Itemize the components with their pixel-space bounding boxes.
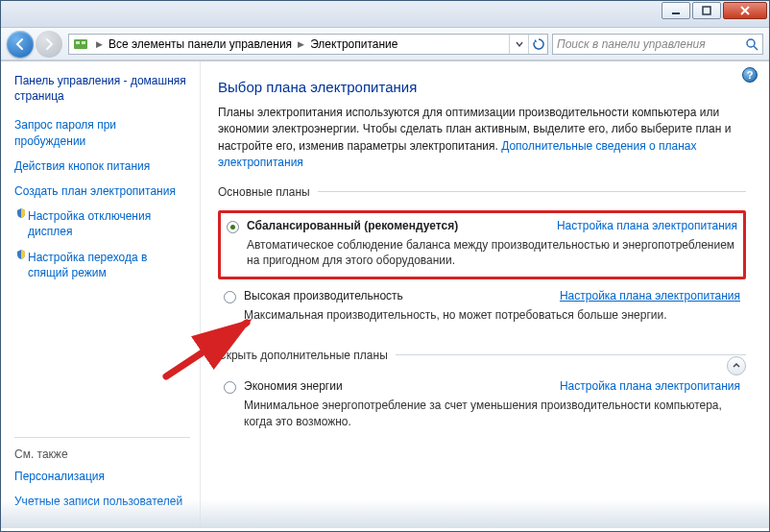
titlebar: [1, 1, 769, 28]
main-plans-legend: Основные планы: [218, 185, 318, 199]
close-button[interactable]: [723, 2, 767, 19]
chevron-right-icon: ▶: [92, 39, 107, 49]
window: ▶ Все элементы панели управления ▶ Элект…: [0, 0, 770, 532]
shield-icon: [14, 208, 28, 239]
see-also-header: См. также: [14, 447, 190, 461]
svg-rect-1: [703, 7, 710, 14]
plan-high-desc: Максимальная производительность, но може…: [244, 307, 740, 324]
plan-high-settings-link[interactable]: Настройка плана электропитания: [560, 289, 740, 302]
plan-eco-desc: Минимальное энергопотребление за счет ум…: [244, 398, 740, 430]
radio-high[interactable]: [224, 291, 236, 303]
collapse-button[interactable]: [727, 356, 746, 375]
sidebar-home-link[interactable]: Панель управления - домашняя страница: [14, 73, 190, 104]
address-dropdown-button[interactable]: [509, 35, 528, 54]
chevron-right-icon: ▶: [294, 39, 308, 49]
radio-eco[interactable]: [224, 381, 236, 394]
plan-eco: Экономия энергии Настройка плана электро…: [218, 374, 746, 438]
refresh-button[interactable]: [528, 35, 547, 54]
control-panel-icon: [73, 36, 88, 52]
search-icon: [745, 37, 758, 51]
svg-rect-6: [82, 41, 85, 44]
plan-high-title: Высокая производительность: [244, 289, 403, 302]
search-input[interactable]: Поиск в панели управления: [552, 34, 763, 55]
sidebar-link-buttons[interactable]: Действия кнопок питания: [14, 158, 190, 174]
breadcrumb-root[interactable]: Все элементы панели управления: [107, 37, 294, 51]
plan-high-performance: Высокая производительность Настройка пла…: [218, 283, 746, 331]
maximize-button[interactable]: [692, 2, 721, 19]
plan-balanced-desc: Автоматическое соблюдение баланса между …: [247, 237, 737, 270]
see-also-personalization[interactable]: Персонализация: [14, 469, 190, 484]
extra-plans-group: Скрыть дополнительные планы Экономия эне…: [218, 349, 746, 442]
intro-text: Планы электропитания используются для оп…: [218, 105, 746, 172]
radio-balanced[interactable]: [227, 221, 239, 233]
navbar: ▶ Все элементы панели управления ▶ Элект…: [1, 28, 769, 60]
plan-eco-settings-link[interactable]: Настройка плана электропитания: [560, 379, 740, 393]
breadcrumb-current[interactable]: Электропитание: [308, 37, 399, 51]
sidebar-link-password[interactable]: Запрос пароля при пробуждении: [14, 117, 190, 148]
minimize-button[interactable]: [662, 2, 690, 19]
plan-eco-title: Экономия энергии: [244, 379, 343, 393]
search-placeholder: Поиск в панели управления: [557, 37, 706, 51]
svg-point-7: [747, 39, 755, 47]
client-area: ? Панель управления - домашняя страница …: [1, 60, 769, 528]
forward-button[interactable]: [36, 31, 62, 58]
plan-balanced: Сбалансированный (рекомендуется) Настрой…: [218, 210, 746, 280]
sidebar-link-create-plan[interactable]: Создать план электропитания: [14, 183, 190, 199]
main-plans-group: Основные планы Сбалансированный (рекомен…: [218, 185, 746, 335]
main-content: Выбор плана электропитания Планы электро…: [201, 61, 769, 528]
help-icon[interactable]: ?: [742, 67, 758, 83]
extra-plans-legend: Скрыть дополнительные планы: [218, 349, 396, 362]
sidebar-link-display-off[interactable]: Настройка отключения дисплея: [14, 208, 190, 239]
shield-icon: [14, 250, 28, 280]
sidebar-separator: [14, 437, 190, 438]
page-title: Выбор плана электропитания: [218, 79, 746, 95]
plan-balanced-title: Сбалансированный (рекомендуется): [247, 219, 458, 232]
sidebar-link-sleep[interactable]: Настройка перехода в спящий режим: [14, 250, 190, 280]
address-bar[interactable]: ▶ Все элементы панели управления ▶ Элект…: [68, 34, 548, 55]
back-button[interactable]: [7, 31, 34, 58]
svg-line-8: [754, 46, 758, 50]
sidebar: Панель управления - домашняя страница За…: [1, 61, 201, 528]
svg-rect-5: [76, 41, 80, 44]
plan-balanced-settings-link[interactable]: Настройка плана электропитания: [557, 219, 737, 232]
see-also-user-accounts[interactable]: Учетные записи пользователей: [14, 494, 190, 509]
